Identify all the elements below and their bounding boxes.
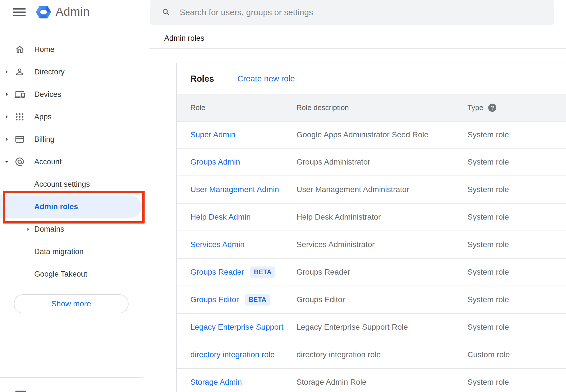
- role-description: directory integration role: [296, 350, 467, 359]
- role-link[interactable]: Super Admin: [190, 130, 235, 139]
- table-row-services-admin: Services AdminServices AdministratorSyst…: [177, 231, 566, 259]
- partial-bottom-icon: [15, 391, 26, 392]
- role-cell: directory integration role: [190, 350, 296, 359]
- sidebar: Admin HomeDirectoryDevicesAppsBillingAcc…: [0, 0, 149, 392]
- role-description: Groups Reader: [296, 268, 467, 277]
- role-description: Services Administrator: [296, 240, 467, 249]
- sidebar-item-data-migration[interactable]: Data migration: [0, 240, 149, 263]
- role-cell: Groups Admin: [190, 158, 296, 167]
- panel-title: Roles: [190, 74, 214, 84]
- search-bar[interactable]: [150, 0, 554, 25]
- role-link[interactable]: User Management Admin: [190, 185, 279, 194]
- sidebar-item-directory[interactable]: Directory: [0, 61, 149, 83]
- role-cell: Legacy Enterprise Support: [190, 323, 296, 332]
- role-link[interactable]: Groups Admin: [190, 158, 240, 167]
- app-title: Admin: [56, 5, 90, 19]
- create-new-role-link[interactable]: Create new role: [237, 74, 295, 83]
- role-cell: Groups ReaderBETA: [190, 266, 296, 278]
- role-cell: Groups EditorBETA: [190, 294, 296, 306]
- person-icon: [15, 67, 25, 77]
- sidebar-item-domains[interactable]: Domains: [0, 218, 149, 240]
- role-type: System role: [467, 295, 566, 304]
- chevron-right-icon[interactable]: [3, 90, 11, 98]
- role-description: Google Apps Administrator Seed Role: [296, 130, 467, 139]
- help-icon[interactable]: ?: [488, 104, 496, 112]
- sidebar-item-label: Directory: [34, 68, 65, 76]
- main-content: Admin roles Roles Create new role Role R…: [149, 0, 566, 392]
- beta-badge: BETA: [250, 266, 275, 278]
- sidebar-item-label: Admin roles: [34, 202, 78, 211]
- chevron-right-icon[interactable]: [3, 135, 11, 143]
- show-more-button[interactable]: Show more: [14, 294, 129, 313]
- roles-panel-header: Roles Create new role: [177, 63, 566, 94]
- sidebar-item-label: Devices: [34, 90, 61, 99]
- role-link[interactable]: Services Admin: [190, 240, 245, 249]
- at-icon: [15, 157, 25, 167]
- chevron-right-icon[interactable]: [3, 68, 11, 76]
- role-description: User Management Administrator: [296, 185, 467, 194]
- role-link[interactable]: Storage Admin: [190, 378, 242, 387]
- sidebar-item-label: Account settings: [34, 180, 90, 189]
- home-icon: [15, 44, 25, 54]
- role-link[interactable]: Help Desk Admin: [190, 213, 251, 222]
- menu-icon[interactable]: [13, 8, 26, 17]
- role-link[interactable]: Legacy Enterprise Support: [190, 323, 284, 332]
- table-row-super-admin: Super AdminGoogle Apps Administrator See…: [177, 121, 566, 149]
- sidebar-item-label: Domains: [34, 225, 64, 234]
- column-header-description: Role description: [296, 103, 467, 112]
- table-row-user-management-admin: User Management AdminUser Management Adm…: [177, 176, 566, 204]
- role-link[interactable]: Groups Reader: [190, 268, 244, 277]
- sidebar-item-label: Google Takeout: [34, 270, 87, 279]
- sidebar-item-label: Apps: [34, 113, 52, 121]
- sidebar-item-home[interactable]: Home: [0, 38, 149, 61]
- role-type: System role: [467, 213, 566, 222]
- table-header-row: Role Role description Type ?: [177, 94, 566, 121]
- role-type: System role: [467, 158, 566, 167]
- role-type: System role: [467, 378, 566, 387]
- role-description: Groups Editor: [296, 295, 467, 304]
- role-type: System role: [467, 130, 566, 139]
- sidebar-item-devices[interactable]: Devices: [0, 83, 149, 106]
- role-link[interactable]: Groups Editor: [190, 295, 239, 304]
- table-row-help-desk-admin: Help Desk AdminHelp Desk AdministratorSy…: [177, 204, 566, 231]
- role-cell: User Management Admin: [190, 185, 296, 194]
- table-row-storage-admin: Storage AdminStorage Admin RoleSystem ro…: [177, 369, 566, 392]
- role-description: Groups Administrator: [296, 158, 467, 167]
- role-cell: Storage Admin: [190, 378, 296, 387]
- table-row-directory-integration-role: directory integration roledirectory inte…: [177, 341, 566, 369]
- table-row-groups-reader: Groups ReaderBETAGroups ReaderSystem rol…: [177, 259, 566, 286]
- beta-badge: BETA: [245, 294, 270, 306]
- role-type: System role: [467, 268, 566, 277]
- chevron-right-icon[interactable]: [3, 113, 11, 121]
- breadcrumb: Admin roles: [164, 34, 204, 43]
- sidebar-item-label: Billing: [34, 135, 54, 144]
- role-type: Custom role: [467, 350, 566, 359]
- sidebar-nav: HomeDirectoryDevicesAppsBillingAccountAc…: [0, 38, 149, 285]
- role-description: Help Desk Administrator: [296, 213, 467, 222]
- apps-icon: [15, 112, 25, 122]
- column-header-type-wrap: Type ?: [467, 103, 566, 112]
- sidebar-item-apps[interactable]: Apps: [0, 106, 149, 128]
- role-cell: Super Admin: [190, 130, 296, 139]
- chevron-right-icon[interactable]: [24, 225, 32, 233]
- search-input[interactable]: [180, 8, 554, 17]
- roles-table-body: Super AdminGoogle Apps Administrator See…: [177, 121, 566, 392]
- header-divider: [149, 48, 566, 49]
- table-row-legacy-enterprise-support: Legacy Enterprise SupportLegacy Enterpri…: [177, 314, 566, 341]
- role-cell: Help Desk Admin: [190, 213, 296, 222]
- sidebar-item-label: Home: [34, 45, 54, 54]
- sidebar-item-account[interactable]: Account: [0, 151, 149, 173]
- column-header-role: Role: [190, 103, 296, 112]
- roles-panel: Roles Create new role Role Role descript…: [176, 63, 566, 392]
- sidebar-item-google-takeout[interactable]: Google Takeout: [0, 263, 149, 285]
- role-description: Legacy Enterprise Support Role: [296, 323, 467, 332]
- role-link[interactable]: directory integration role: [190, 350, 275, 359]
- sidebar-item-label: Data migration: [34, 247, 84, 256]
- sidebar-item-account-settings[interactable]: Account settings: [0, 173, 149, 195]
- admin-logo-icon: [36, 4, 51, 20]
- sidebar-item-billing[interactable]: Billing: [0, 128, 149, 151]
- chevron-down-icon[interactable]: [3, 158, 11, 166]
- role-type: System role: [467, 185, 566, 194]
- role-type: System role: [467, 323, 566, 332]
- sidebar-item-admin-roles[interactable]: Admin roles: [0, 195, 142, 218]
